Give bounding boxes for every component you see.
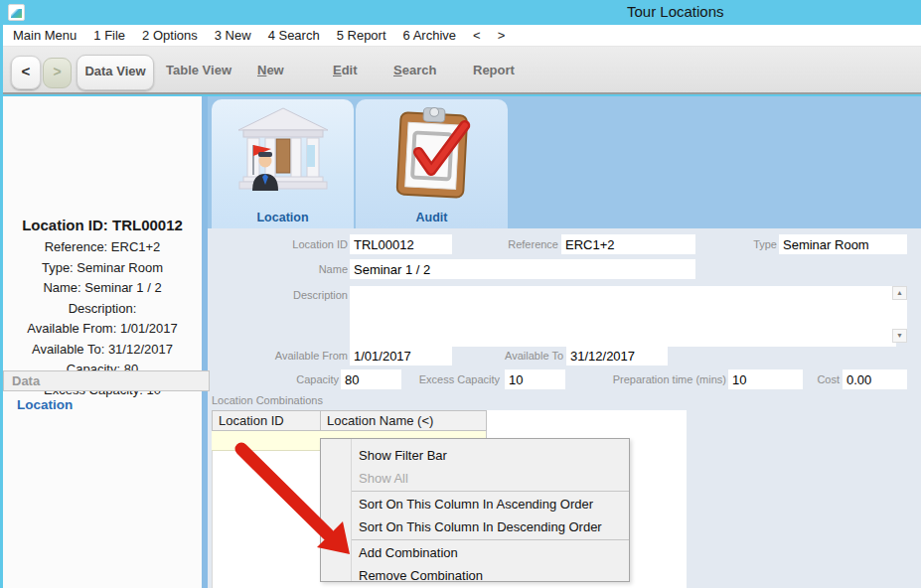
tab-audit[interactable]: Audit [356, 99, 508, 228]
menu-item-search[interactable]: 4 Search [268, 28, 320, 43]
menu-item-archive[interactable]: 6 Archive [403, 28, 456, 43]
menu-item-main-menu[interactable]: Main Menu [13, 28, 77, 43]
menu-item-remove-combination[interactable]: Remove Combination [321, 564, 629, 587]
back-button[interactable]: < [11, 56, 41, 89]
edit-button[interactable]: Edit [333, 63, 358, 77]
menu-item-prev[interactable]: < [473, 28, 481, 43]
search-button-accel: S [393, 63, 402, 77]
available-from-field[interactable] [350, 346, 452, 366]
tab-location-label: Location [212, 211, 354, 224]
new-button-rest: ew [266, 63, 283, 77]
record-summary-line: Description: [3, 299, 202, 320]
record-summary-line: Available From: 1/01/2017 [3, 319, 202, 340]
record-summary-line: Reference: ERC1+2 [3, 237, 202, 258]
description-label: Description [293, 289, 348, 301]
record-summary-line: Name: Seminar 1 / 2 [3, 278, 202, 299]
scroll-down-icon[interactable]: ▼ [892, 329, 907, 343]
available-to-label: Available To [505, 350, 563, 362]
edit-button-rest: dit [342, 63, 358, 77]
menu-item-sort-ascending[interactable]: Sort On This Column In Ascending Order [321, 493, 629, 515]
available-to-field[interactable] [566, 346, 668, 366]
type-field[interactable] [779, 234, 907, 254]
description-scrollbar: ▲ ▼ [892, 286, 907, 343]
menu-bar: Main Menu 1 File 2 Options 3 New 4 Searc… [3, 25, 921, 47]
cost-label: Cost [817, 373, 840, 385]
menu-item-file[interactable]: 1 File [93, 28, 125, 43]
menu-separator [351, 491, 629, 492]
column-header-location-name[interactable]: Location Name (<) [320, 410, 487, 431]
name-label: Name [319, 263, 348, 275]
menu-item-show-filter-bar[interactable]: Show Filter Bar [321, 444, 629, 467]
record-summary-line: Available To: 31/12/2017 [3, 340, 202, 361]
record-summary-line: Type: Seminar Room [3, 258, 202, 279]
data-view-button[interactable]: Data View [77, 55, 154, 90]
sidebar-item-location[interactable]: Location [17, 397, 73, 412]
menu-separator [351, 539, 629, 540]
titlebar: Tour Locations [0, 0, 921, 25]
location-combinations-label: Location Combinations [212, 394, 323, 406]
app-icon[interactable] [8, 4, 25, 21]
location-id-label: Location ID [292, 238, 348, 250]
search-button[interactable]: Search [393, 63, 436, 77]
capacity-label: Capacity [296, 373, 339, 385]
reference-field[interactable] [561, 234, 695, 254]
data-section-header: Data [3, 370, 210, 391]
window-title: Tour Locations [627, 3, 724, 20]
excess-capacity-label: Excess Capacity [419, 373, 500, 385]
audit-clipboard-icon [384, 103, 481, 203]
new-button[interactable]: New [257, 63, 284, 77]
tab-location[interactable]: Location [212, 99, 354, 228]
column-header-location-id[interactable]: Location ID [212, 410, 321, 431]
record-summary-title: Location ID: TRL00012 [3, 217, 202, 233]
description-field[interactable] [350, 286, 896, 347]
grid-context-menu: Show Filter Bar Show All Sort On This Co… [320, 438, 630, 582]
excess-capacity-field[interactable] [505, 369, 565, 389]
menu-item-new[interactable]: 3 New [215, 28, 251, 43]
reference-label: Reference [508, 238, 558, 250]
menu-item-report[interactable]: 5 Report [337, 28, 386, 43]
building-tour-guide-icon [235, 103, 331, 199]
app-window: Tour Locations Main Menu 1 File 2 Option… [0, 0, 921, 588]
tab-audit-label: Audit [356, 211, 508, 224]
table-view-button[interactable]: Table View [166, 63, 231, 77]
new-button-accel: N [257, 63, 266, 77]
available-from-label: Available From [275, 350, 348, 362]
edit-button-accel: E [333, 63, 342, 77]
location-id-field[interactable] [350, 234, 452, 254]
menu-item-show-all: Show All [321, 467, 629, 490]
report-button[interactable]: Report [473, 63, 515, 77]
scroll-up-icon[interactable]: ▲ [892, 286, 907, 300]
context-menu-gutter [351, 439, 352, 581]
capacity-field[interactable] [341, 369, 401, 389]
prep-time-label: Preparation time (mins) [613, 373, 726, 385]
type-label: Type [753, 238, 777, 250]
forward-button-disabled: > [43, 58, 72, 88]
menu-item-add-combination[interactable]: Add Combination [321, 541, 629, 564]
menu-item-sort-descending[interactable]: Sort On This Column In Descending Order [321, 515, 629, 538]
search-button-rest: earch [402, 63, 437, 77]
menu-item-next[interactable]: > [498, 28, 506, 43]
prep-time-field[interactable] [728, 369, 803, 389]
name-field[interactable] [350, 259, 695, 279]
cost-field[interactable] [843, 369, 907, 389]
menu-item-options[interactable]: 2 Options [142, 28, 198, 43]
